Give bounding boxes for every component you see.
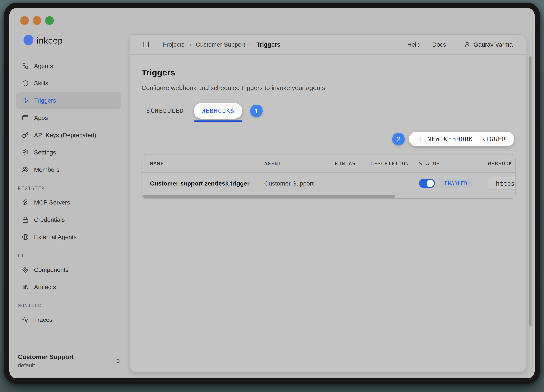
project-switcher-text: Customer Support default (18, 353, 74, 369)
breadcrumb-separator: › (250, 41, 252, 48)
user-icon (464, 41, 470, 48)
trigger-description-cell: — (371, 180, 419, 187)
sidebar-item-api-keys[interactable]: API Keys (Deprecated) (16, 126, 121, 144)
sidebar-item-artifacts[interactable]: Artifacts (16, 278, 121, 296)
workflow-icon (22, 63, 29, 69)
annotation-badge-2: 2 (392, 133, 405, 145)
sidebar-item-label: Triggers (34, 97, 56, 104)
lock-icon (22, 216, 29, 223)
sidebar-spacer (16, 328, 121, 353)
sidebar: inkeep Agents Skills Triggers Apps API K… (9, 8, 130, 378)
sidebar-item-label: Credentials (34, 216, 65, 223)
inkeep-logo[interactable]: inkeep (16, 33, 121, 48)
help-link[interactable]: Help (407, 41, 420, 48)
trigger-tabs: SCHEDULED WEBHOOKS 1 (142, 100, 515, 122)
sidebar-item-label: Apps (34, 114, 48, 121)
sidebar-item-label: Members (34, 166, 59, 173)
breadcrumb-current: Triggers (256, 41, 280, 48)
header-actions: Help Docs Gaurav Varma (407, 41, 513, 48)
trigger-status-cell: ENABLED (419, 179, 488, 188)
sidebar-item-components[interactable]: Components (16, 261, 121, 278)
sidebar-item-mcp-servers[interactable]: MCP Servers (16, 194, 121, 211)
column-header-run-as: RUN AS (335, 160, 371, 166)
sidebar-item-credentials[interactable]: Credentials (16, 211, 121, 228)
breadcrumb-project[interactable]: Customer Support (196, 41, 245, 48)
zap-icon (22, 97, 29, 104)
column-header-description: DESCRIPTION (371, 160, 419, 166)
breadcrumb-separator: › (189, 41, 191, 48)
sidebar-section-register: REGISTER (18, 186, 121, 191)
status-toggle[interactable] (419, 179, 435, 188)
sidebar-item-label: Artifacts (34, 284, 56, 291)
triggers-table: NAME AGENT RUN AS DESCRIPTION STATUS WEB… (142, 154, 515, 199)
new-webhook-trigger-button[interactable]: NEW WEBHOOK TRIGGER (409, 132, 514, 146)
project-variant: default (18, 361, 74, 369)
breadcrumb-projects[interactable]: Projects (162, 41, 184, 48)
library-icon (22, 284, 29, 290)
tab-webhooks-wrap: WEBHOOKS (194, 103, 242, 119)
globe-icon (22, 234, 29, 240)
tabs-divider (142, 122, 515, 122)
project-switcher[interactable]: Customer Support default (16, 353, 121, 369)
users-icon (22, 166, 29, 173)
page-description: Configure webhook and scheduled triggers… (142, 84, 515, 92)
sidebar-item-agents[interactable]: Agents (16, 57, 121, 75)
sidebar-item-traces[interactable]: Traces (16, 311, 121, 328)
project-name: Customer Support (18, 353, 74, 361)
sidebar-item-skills[interactable]: Skills (16, 75, 121, 92)
app-window: inkeep Agents Skills Triggers Apps API K… (9, 8, 535, 378)
page-title: Triggers (142, 68, 515, 77)
sidebar-item-label: API Keys (Deprecated) (34, 132, 96, 139)
zoom-window-button[interactable] (45, 16, 54, 25)
main-panel: Projects › Customer Support › Triggers H… (130, 35, 526, 372)
sidebar-item-settings[interactable]: Settings (16, 144, 121, 161)
sidebar-item-label: Skills (34, 80, 48, 87)
table-horizontal-scroll-track (142, 194, 515, 198)
sidebar-item-external-agents[interactable]: External Agents (16, 228, 121, 246)
sidebar-item-apps[interactable]: Apps (16, 109, 121, 126)
sidebar-item-label: Settings (34, 149, 56, 156)
trigger-agent-cell: Customer Support (264, 180, 335, 187)
user-name: Gaurav Varma (473, 41, 513, 48)
user-menu[interactable]: Gaurav Varma (464, 41, 513, 48)
trigger-name-cell[interactable]: Customer support zendesk trigger (142, 180, 264, 187)
table-actions: 2 NEW WEBHOOK TRIGGER (142, 132, 515, 146)
page-content: Triggers Configure webhook and scheduled… (130, 54, 526, 372)
tab-scheduled[interactable]: SCHEDULED (142, 107, 189, 114)
panel-left-toggle-icon[interactable] (142, 41, 149, 48)
table-row[interactable]: Customer support zendesk trigger Custome… (142, 173, 515, 194)
top-header: Projects › Customer Support › Triggers H… (130, 35, 526, 54)
docs-link[interactable]: Docs (432, 41, 446, 48)
window-controls (20, 16, 54, 25)
trigger-webhook-cell: https (488, 177, 515, 190)
plus-icon (417, 136, 423, 142)
tab-webhooks[interactable]: WEBHOOKS (194, 103, 242, 119)
table-header-row: NAME AGENT RUN AS DESCRIPTION STATUS WEB… (142, 154, 515, 173)
inkeep-logo-icon (18, 33, 34, 48)
sidebar-item-label: External Agents (34, 234, 77, 240)
header-divider (455, 41, 455, 48)
sidebar-item-label: Traces (34, 316, 53, 323)
sidebar-item-label: Components (34, 266, 69, 273)
sidebar-item-label: Agents (34, 63, 53, 69)
key-icon (22, 132, 29, 138)
sidebar-item-members[interactable]: Members (16, 161, 121, 178)
trigger-run-as-cell: — (335, 180, 371, 187)
component-icon (22, 267, 29, 273)
column-header-status: STATUS (419, 160, 488, 166)
table-horizontal-scrollbar[interactable] (142, 195, 395, 197)
sidebar-item-triggers[interactable]: Triggers (16, 92, 121, 109)
logo-wordmark: inkeep (37, 36, 63, 46)
column-header-agent: AGENT (264, 160, 335, 166)
header-divider (156, 41, 156, 48)
annotation-badge-1: 1 (250, 105, 263, 117)
close-window-button[interactable] (20, 16, 29, 25)
sidebar-scrollbar[interactable] (529, 56, 532, 326)
minimize-window-button[interactable] (33, 16, 41, 25)
app-window-icon (22, 114, 29, 121)
sidebar-section-ui: UI (18, 253, 121, 259)
column-header-webhook: WEBHOOK (488, 160, 515, 166)
triggers-table-inner: NAME AGENT RUN AS DESCRIPTION STATUS WEB… (142, 154, 515, 198)
activity-icon (22, 316, 29, 323)
webhook-url-chip[interactable]: https (488, 177, 515, 190)
